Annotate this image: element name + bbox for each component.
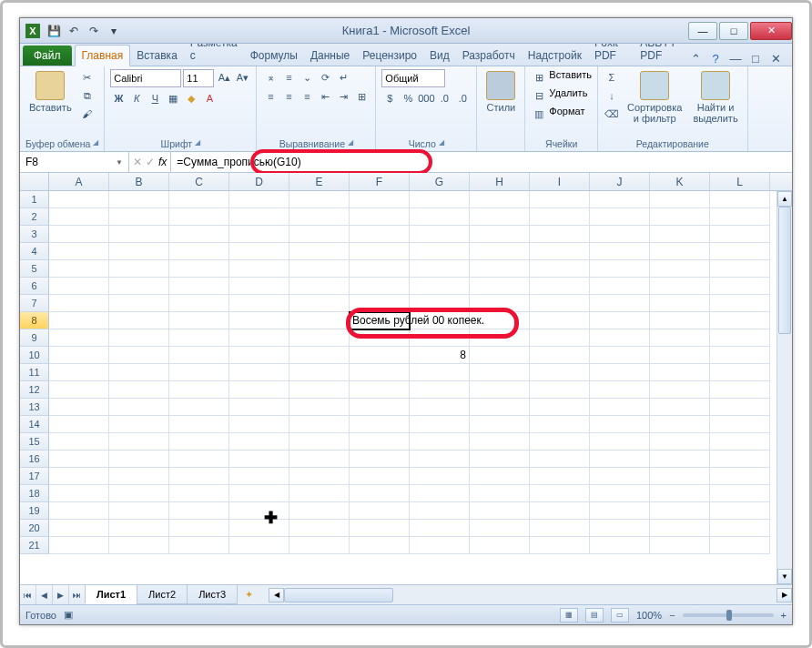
cell[interactable]	[530, 295, 590, 312]
cell[interactable]	[289, 243, 350, 260]
cell[interactable]	[350, 329, 410, 347]
cell[interactable]	[470, 433, 530, 451]
number-dialog-icon[interactable]: ◢	[439, 138, 444, 149]
cell[interactable]	[350, 243, 410, 260]
cell[interactable]	[109, 364, 169, 381]
cell[interactable]	[109, 278, 169, 295]
insert-cells-icon[interactable]: ⊞	[531, 69, 547, 86]
cell[interactable]	[169, 416, 229, 433]
cell[interactable]	[710, 537, 770, 554]
cell[interactable]	[289, 416, 350, 433]
autosum-icon[interactable]: Σ	[604, 69, 620, 86]
zoom-in-icon[interactable]: +	[781, 610, 787, 621]
cell[interactable]	[530, 485, 590, 502]
cell[interactable]	[49, 399, 109, 416]
cell[interactable]	[229, 468, 289, 485]
align-top-icon[interactable]: ⌅	[262, 69, 279, 86]
cell[interactable]	[289, 329, 350, 347]
cell[interactable]	[49, 416, 109, 433]
cell[interactable]	[530, 381, 590, 399]
cell[interactable]	[470, 399, 530, 416]
orientation-icon[interactable]: ⟳	[317, 69, 333, 86]
cell[interactable]	[169, 295, 229, 312]
cell[interactable]	[470, 468, 530, 485]
cell[interactable]	[470, 329, 530, 347]
cell[interactable]	[350, 278, 410, 295]
cell[interactable]	[109, 451, 169, 468]
row-header[interactable]: 6	[20, 278, 49, 295]
cell[interactable]	[49, 381, 109, 399]
name-box[interactable]: F8 ▼	[20, 152, 129, 172]
increase-font-icon[interactable]: A▴	[216, 69, 232, 86]
cell[interactable]	[350, 502, 410, 520]
cell[interactable]	[229, 520, 289, 537]
cell[interactable]	[530, 226, 590, 243]
view-normal-icon[interactable]: ▦	[560, 608, 578, 623]
cell[interactable]	[350, 191, 410, 208]
name-box-dropdown-icon[interactable]: ▼	[116, 158, 123, 167]
cell[interactable]	[49, 226, 109, 243]
row-header[interactable]: 9	[20, 329, 49, 347]
cell[interactable]	[350, 485, 410, 502]
clipboard-dialog-icon[interactable]: ◢	[93, 138, 98, 149]
font-color-icon[interactable]: A	[201, 90, 218, 106]
tab-home[interactable]: Главная	[75, 45, 131, 66]
cell[interactable]	[410, 243, 470, 260]
tab-data[interactable]: Данные	[304, 46, 356, 66]
maximize-button[interactable]: □	[719, 22, 748, 40]
cell[interactable]	[350, 399, 410, 416]
cell[interactable]	[470, 347, 530, 364]
cell[interactable]	[49, 295, 109, 312]
row-header[interactable]: 20	[20, 520, 49, 537]
row-header[interactable]: 13	[20, 399, 49, 416]
cell[interactable]	[350, 364, 410, 381]
cell[interactable]	[229, 226, 289, 243]
font-dialog-icon[interactable]: ◢	[195, 138, 200, 149]
cell[interactable]	[650, 451, 710, 468]
cell[interactable]	[49, 485, 109, 502]
cell[interactable]	[650, 347, 710, 364]
cell[interactable]	[710, 260, 770, 278]
fill-color-icon[interactable]: ◆	[183, 90, 199, 106]
italic-button[interactable]: К	[128, 90, 145, 106]
row-header[interactable]: 2	[20, 208, 49, 226]
cell[interactable]	[350, 226, 410, 243]
column-header[interactable]: B	[109, 173, 169, 190]
cell[interactable]	[289, 433, 350, 451]
cell[interactable]	[710, 226, 770, 243]
cell[interactable]	[169, 381, 229, 399]
cell[interactable]	[410, 502, 470, 520]
cell[interactable]	[350, 381, 410, 399]
view-pagelayout-icon[interactable]: ▤	[585, 608, 604, 623]
cell[interactable]	[289, 520, 350, 537]
copy-icon[interactable]: ⧉	[79, 87, 96, 104]
doc-minimize-icon[interactable]: —	[728, 51, 743, 66]
format-painter-icon[interactable]: 🖌	[79, 106, 96, 122]
column-header[interactable]: F	[350, 173, 410, 190]
cell[interactable]	[49, 329, 109, 347]
cell[interactable]	[229, 295, 289, 312]
column-header[interactable]: A	[49, 173, 109, 190]
cell[interactable]	[710, 347, 770, 364]
cell[interactable]	[590, 451, 650, 468]
cell[interactable]	[49, 537, 109, 554]
cell[interactable]	[350, 520, 410, 537]
cell[interactable]	[590, 312, 650, 329]
minimize-ribbon-icon[interactable]: ⌃	[688, 51, 703, 66]
cell[interactable]	[590, 329, 650, 347]
cell[interactable]	[169, 399, 229, 416]
cell[interactable]	[710, 468, 770, 485]
row-header[interactable]: 3	[20, 226, 49, 243]
cell[interactable]	[109, 381, 169, 399]
cell[interactable]	[289, 208, 350, 226]
cell[interactable]	[590, 381, 650, 399]
column-header[interactable]: J	[590, 173, 650, 190]
cell[interactable]	[229, 381, 289, 399]
cell[interactable]	[109, 399, 169, 416]
cell[interactable]	[49, 433, 109, 451]
cell[interactable]	[289, 312, 350, 329]
cell[interactable]	[109, 468, 169, 485]
cell[interactable]	[169, 226, 229, 243]
column-header[interactable]: I	[530, 173, 590, 190]
cell[interactable]	[49, 260, 109, 278]
